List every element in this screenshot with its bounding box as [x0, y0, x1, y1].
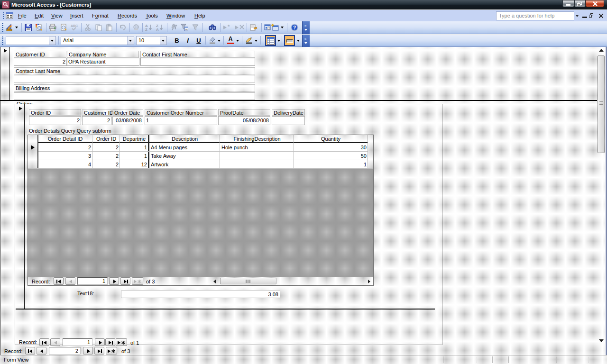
svg-text:A: A [156, 27, 159, 31]
svg-text:ABC: ABC [71, 24, 78, 27]
svg-text:Z: Z [145, 27, 147, 31]
svg-text:?: ? [293, 25, 296, 30]
